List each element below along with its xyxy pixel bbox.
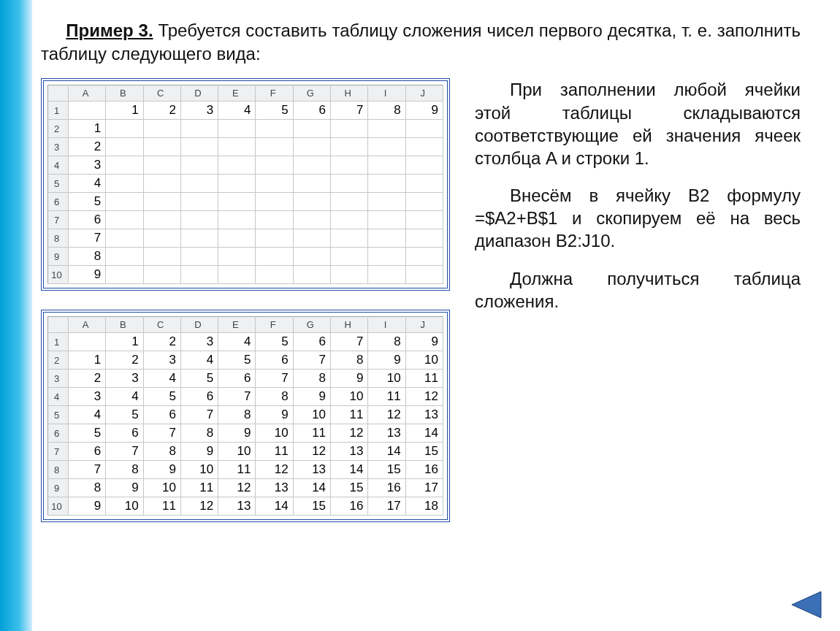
- column-header: C: [143, 317, 180, 333]
- row-header: 9: [48, 479, 69, 497]
- cell: [405, 120, 443, 138]
- cell: 1: [106, 333, 143, 351]
- example-label: Пример 3.: [66, 20, 153, 40]
- cell: 12: [256, 461, 293, 479]
- cell: 13: [368, 424, 405, 443]
- spreadsheet-empty: ABCDEFGHIJ11234567892132435465768798109: [41, 78, 450, 291]
- cell: 7: [69, 229, 106, 248]
- cell: 9: [143, 461, 180, 479]
- cell: 7: [180, 406, 218, 424]
- column-header: I: [368, 85, 405, 102]
- cell: [405, 193, 443, 211]
- cell: [180, 175, 218, 193]
- cell: 10: [180, 461, 218, 479]
- cell: 10: [256, 424, 293, 443]
- row-header: 4: [48, 156, 69, 175]
- row-header: 1: [48, 102, 69, 120]
- cell: [106, 229, 143, 248]
- cell: [180, 138, 218, 156]
- intro-text: Требуется составить таблицу сложения чис…: [41, 20, 801, 64]
- row-header: 4: [48, 388, 69, 406]
- column-header: E: [218, 85, 256, 102]
- cell: 10: [218, 443, 256, 461]
- cell: [293, 229, 330, 248]
- cell: [218, 248, 256, 266]
- column-header: E: [218, 317, 256, 333]
- cell: 10: [293, 406, 330, 424]
- paragraph-2: Внесём в ячейку B2 формулу =$A2+B$1 и ск…: [475, 184, 801, 253]
- cell: [218, 120, 256, 138]
- cell: 5: [256, 102, 293, 120]
- cell: 7: [106, 443, 143, 461]
- column-header: D: [180, 85, 218, 102]
- prev-slide-button[interactable]: [789, 589, 824, 621]
- cell: 15: [368, 461, 405, 479]
- cell: 8: [180, 424, 218, 443]
- cell: 17: [405, 479, 443, 497]
- cell: 9: [180, 443, 218, 461]
- cell: 10: [106, 497, 143, 516]
- column-header: F: [256, 317, 293, 333]
- row-header: 3: [48, 370, 69, 388]
- cell: 6: [293, 333, 330, 351]
- cell: [143, 211, 180, 229]
- cell: [256, 156, 293, 175]
- cell: 16: [405, 461, 443, 479]
- cell: 5: [143, 388, 180, 406]
- cell: [180, 211, 218, 229]
- row-header: 10: [48, 266, 69, 284]
- cell: [143, 266, 180, 284]
- cell: 6: [293, 102, 330, 120]
- cell: 3: [180, 333, 218, 351]
- cell: [180, 193, 218, 211]
- cell: [69, 102, 106, 120]
- cell: 8: [293, 370, 330, 388]
- cell: [331, 138, 368, 156]
- cell: 14: [405, 424, 443, 443]
- cell: 3: [180, 102, 218, 120]
- row-header: 6: [48, 193, 69, 211]
- cell: 5: [180, 370, 218, 388]
- row-header: 7: [48, 443, 69, 461]
- column-header: J: [405, 317, 443, 333]
- cell: 7: [331, 102, 368, 120]
- cell: [143, 175, 180, 193]
- cell: 4: [69, 175, 106, 193]
- column-header: G: [293, 317, 330, 333]
- cell: [218, 266, 256, 284]
- cell: 5: [69, 424, 106, 443]
- row-header: 10: [48, 497, 69, 516]
- cell: [106, 120, 143, 138]
- cell: 11: [368, 388, 405, 406]
- cell: 13: [405, 406, 443, 424]
- cell: 12: [405, 388, 443, 406]
- column-header: B: [106, 85, 143, 102]
- cell: 11: [218, 461, 256, 479]
- cell: [256, 138, 293, 156]
- cell: [405, 156, 443, 175]
- cell: 8: [143, 443, 180, 461]
- cell: 3: [69, 388, 106, 406]
- cell: 8: [368, 333, 405, 351]
- cell: 15: [405, 443, 443, 461]
- cell: 1: [106, 102, 143, 120]
- cell: [368, 156, 405, 175]
- cell: 16: [331, 497, 368, 516]
- cell: 11: [331, 406, 368, 424]
- cell: [256, 193, 293, 211]
- cell: 13: [256, 479, 293, 497]
- cell: 8: [69, 248, 106, 266]
- cell: 16: [368, 479, 405, 497]
- row-header: 9: [48, 248, 69, 266]
- cell: 14: [331, 461, 368, 479]
- cell: [106, 175, 143, 193]
- cell: 14: [293, 479, 330, 497]
- intro-paragraph: Пример 3. Требуется составить таблицу сл…: [41, 19, 801, 65]
- cell: [180, 120, 218, 138]
- cell: 9: [69, 497, 106, 516]
- cell: 6: [69, 211, 106, 229]
- row-header: 2: [48, 351, 69, 370]
- cell: 14: [368, 443, 405, 461]
- cell: 1: [69, 351, 106, 370]
- explanation-text: При заполнении любой ячейки этой таблицы…: [475, 78, 801, 522]
